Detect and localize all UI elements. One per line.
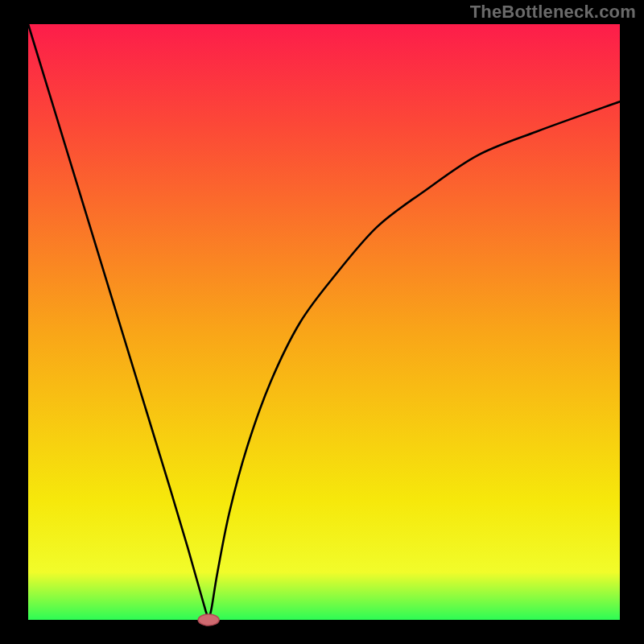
chart-frame: TheBottleneck.com: [0, 0, 644, 644]
watermark-text: TheBottleneck.com: [470, 2, 636, 23]
optimal-marker: [198, 614, 219, 625]
plot-background: [28, 24, 620, 620]
bottleneck-chart: [0, 0, 644, 644]
